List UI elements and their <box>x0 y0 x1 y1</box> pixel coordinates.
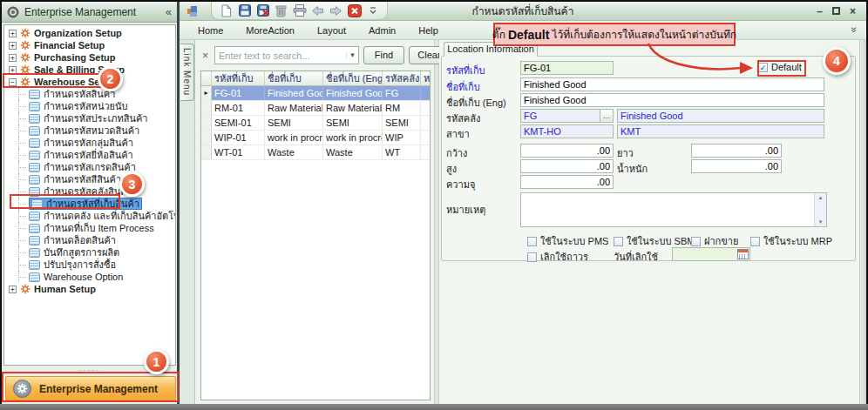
save-delete-button[interactable] <box>255 3 270 18</box>
cell <box>421 131 430 145</box>
sidebar-header-title: Enterprise Management <box>24 6 136 18</box>
chevron-down-icon[interactable]: ▼ <box>346 51 358 59</box>
grid-column-header[interactable]: รหัสคลัง <box>383 71 421 85</box>
table-row[interactable]: WT-01 Waste Waste WT <box>201 145 430 160</box>
branch-name-field[interactable] <box>617 124 824 138</box>
location-name-eng-label: ชื่อที่เก็บ (Eng) <box>446 95 521 111</box>
close-button[interactable]: × <box>850 6 856 17</box>
cell: Finished Good <box>265 86 323 100</box>
expand-icon[interactable]: + <box>9 42 17 50</box>
print-button[interactable] <box>292 3 307 18</box>
table-row[interactable]: WIP-01 work in procress work in procress… <box>201 131 430 145</box>
mrp-checkbox[interactable]: ใช้ในระบบ MRP <box>750 233 832 249</box>
save-button[interactable] <box>237 3 252 18</box>
link-menu-tab[interactable]: Link Menu <box>180 44 194 101</box>
table-row[interactable]: SEMI-01 SEMI SEMI SEMI <box>201 116 430 131</box>
warehouse-name-field[interactable] <box>617 109 824 123</box>
menu-moreaction[interactable]: MoreAction <box>234 21 306 40</box>
menu-home[interactable]: Home <box>186 21 234 40</box>
list-icon <box>29 114 40 124</box>
tree-item[interactable]: Warehouse Option <box>4 271 175 283</box>
grid-column-header[interactable]: ชื่อที่เก็บ (Eng) <box>323 71 383 85</box>
toolbar-overflow-button[interactable] <box>365 3 380 18</box>
row-indicator <box>201 101 212 115</box>
lookup-ellipsis-button[interactable]: … <box>600 110 613 122</box>
next-record-button[interactable] <box>329 3 343 18</box>
maximize-button[interactable] <box>832 7 840 15</box>
height-field[interactable] <box>520 159 614 173</box>
new-document-button[interactable] <box>219 3 234 18</box>
search-close-icon[interactable]: × <box>200 50 210 62</box>
grid-column-header[interactable]: รหัสที่เก็บ <box>212 71 265 85</box>
checkbox-icon[interactable] <box>750 237 760 246</box>
pms-checkbox[interactable]: ใช้ในระบบ PMS <box>527 233 608 249</box>
weight-field[interactable] <box>691 159 782 173</box>
menu-layout[interactable]: Layout <box>306 21 357 40</box>
tree-group-human-setup[interactable]: + Human Setup <box>4 283 175 295</box>
scroll-up-icon[interactable]: ▲ <box>818 195 824 200</box>
close-form-button[interactable] <box>347 3 362 18</box>
checkbox-icon[interactable] <box>691 237 701 246</box>
cell: SEMI <box>265 116 323 130</box>
list-icon <box>29 236 40 245</box>
expand-icon[interactable]: + <box>9 286 17 293</box>
previous-record-button[interactable] <box>310 3 325 18</box>
tree-group-label: Organization Setup <box>34 28 122 38</box>
remark-field[interactable]: ▲ ▼ <box>520 192 827 227</box>
checkbox-icon[interactable] <box>614 237 623 246</box>
list-icon <box>29 272 40 282</box>
row-indicator <box>201 145 212 159</box>
grid-column-header[interactable]: หมายเหตุ <box>421 71 430 85</box>
minimize-button[interactable]: – <box>817 6 823 17</box>
row-selector-icon: ▸ <box>201 86 212 100</box>
cell: work in procress <box>323 131 383 145</box>
table-row-selected[interactable]: ▸ FG-01 Finished Good Finished Good FG <box>201 86 430 101</box>
annotation-box-selected-item <box>10 194 120 209</box>
delete-button[interactable] <box>274 3 288 18</box>
ribbon-collapse-icon[interactable]: » <box>849 27 861 33</box>
branch-code-field[interactable] <box>520 124 614 138</box>
tree-group-purchasing-setup[interactable]: + Purchasing Setup <box>4 51 175 64</box>
list-icon <box>29 175 40 185</box>
tree-item[interactable]: ปรับปรุงการสั่งซื้อ <box>4 259 175 271</box>
discontinued-checkbox[interactable]: เลิกใช้ถาวร <box>527 249 588 265</box>
location-name-field[interactable] <box>520 77 824 91</box>
width-field[interactable] <box>520 144 614 158</box>
window-controls: – × <box>817 6 859 17</box>
height-label: สูง <box>446 161 521 177</box>
table-row[interactable]: RM-01 Raw Material Raw Material RM <box>201 101 430 116</box>
tree-group-financial-setup[interactable]: + Financial Setup <box>4 39 175 51</box>
list-icon <box>29 138 40 148</box>
checkbox-icon[interactable] <box>527 252 537 262</box>
search-input[interactable] <box>215 50 346 61</box>
location-name-eng-field[interactable] <box>520 93 824 107</box>
location-code-field[interactable] <box>520 61 614 75</box>
expand-icon[interactable]: + <box>9 30 17 37</box>
annotation-box-default-checkbox <box>757 60 806 77</box>
search-bar: × ▼ Find Clear <box>200 46 430 64</box>
calendar-icon[interactable] <box>737 249 749 259</box>
warehouse-code-field[interactable] <box>521 110 600 122</box>
grid-column-header[interactable]: ชื่อที่เก็บ <box>265 71 323 85</box>
checkbox-icon[interactable] <box>527 237 537 246</box>
scroll-down-icon[interactable]: ▼ <box>818 219 824 225</box>
find-button[interactable]: Find <box>363 46 404 64</box>
list-icon <box>29 224 40 233</box>
scrollbar[interactable]: ▲ ▼ <box>814 193 826 226</box>
warehouse-code-label: รหัสคลัง <box>446 111 521 126</box>
capacity-field[interactable] <box>520 175 614 189</box>
discontinue-date-field <box>672 247 750 261</box>
expand-icon[interactable]: + <box>9 54 17 62</box>
quick-access-toolbar <box>211 2 388 20</box>
menu-help[interactable]: Help <box>407 21 450 40</box>
pms-checkbox-label: ใช้ในระบบ PMS <box>540 233 608 249</box>
length-field[interactable] <box>691 144 782 158</box>
cell: work in procress <box>265 131 323 145</box>
app-icon <box>186 5 199 17</box>
discontinue-date-input[interactable] <box>673 249 737 259</box>
tree-group-organization-setup[interactable]: + Organization Setup <box>4 27 175 39</box>
cell: RM-01 <box>212 101 265 115</box>
sidebar-collapse-icon[interactable]: « <box>166 5 172 18</box>
cell: WIP-01 <box>212 131 265 145</box>
menu-admin[interactable]: Admin <box>357 21 407 40</box>
